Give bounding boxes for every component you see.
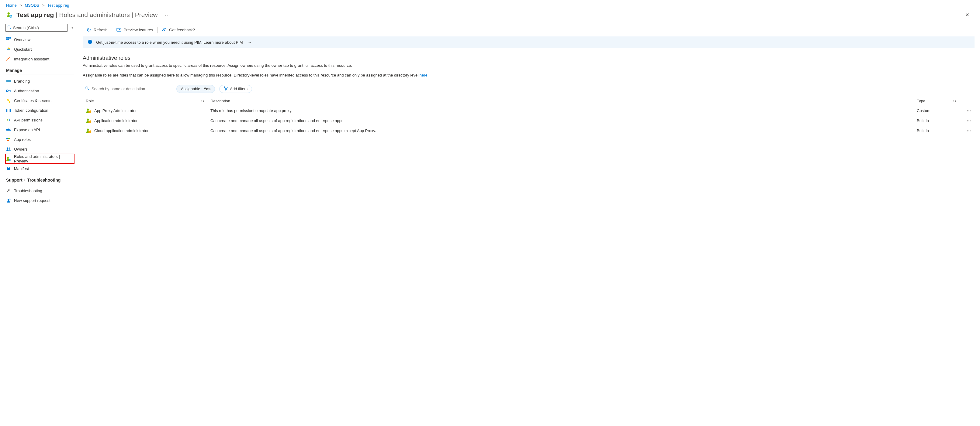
sidebar-item-label: Manifest: [14, 166, 29, 171]
sidebar-item-roles-administrators[interactable]: Roles and administrators | Preview: [5, 154, 74, 164]
assignable-filter-pill[interactable]: Assignable : Yes: [177, 85, 215, 93]
col-header-type[interactable]: Type↑↓: [914, 96, 959, 106]
svg-rect-9: [6, 80, 11, 82]
svg-rect-7: [6, 39, 8, 40]
svg-line-35: [88, 89, 89, 90]
role-description: Can create and manage all aspects of app…: [207, 126, 914, 136]
person-key-icon: [6, 156, 11, 161]
breadcrumb-sep: >: [18, 3, 24, 8]
sidebar-item-label: App roles: [14, 137, 31, 142]
svg-rect-17: [6, 138, 8, 139]
refresh-button[interactable]: Refresh: [83, 24, 111, 36]
collapse-sidebar-icon[interactable]: «: [70, 25, 74, 31]
svg-rect-19: [7, 140, 9, 141]
svg-point-38: [87, 119, 89, 120]
role-type: Custom: [914, 106, 959, 116]
svg-point-20: [7, 147, 8, 149]
svg-point-34: [86, 87, 88, 89]
preview-label: Preview features: [124, 28, 153, 32]
preview-features-button[interactable]: Preview features: [113, 24, 157, 36]
svg-rect-26: [8, 168, 10, 168]
sidebar-item-label: Owners: [14, 147, 28, 152]
role-description: This role has permissiont o aupdate app …: [207, 106, 914, 116]
sidebar-item-overview[interactable]: Overview: [5, 35, 74, 44]
sidebar-item-new-support-request[interactable]: New support request: [5, 196, 74, 205]
role-search-input[interactable]: [92, 87, 169, 91]
sidebar-item-label: Overview: [14, 37, 30, 42]
svg-point-30: [163, 28, 164, 30]
got-feedback-button[interactable]: Got feedback?: [158, 24, 199, 36]
row-more-button[interactable]: ⋯: [959, 116, 975, 126]
sidebar-item-label: API permissions: [14, 118, 43, 122]
sidebar-item-label: Certificates & secrets: [14, 98, 51, 103]
table-row[interactable]: Application administrator Can create and…: [83, 116, 975, 126]
sidebar-item-quickstart[interactable]: Quickstart: [5, 44, 74, 54]
app-registration-icon: [6, 11, 13, 18]
description-1: Administrative roles can be used to gran…: [83, 63, 975, 69]
breadcrumb-msods[interactable]: MSODS: [25, 3, 40, 8]
svg-point-40: [87, 128, 89, 131]
command-separator: [112, 27, 112, 33]
row-more-button[interactable]: ⋯: [959, 106, 975, 116]
svg-rect-39: [89, 121, 91, 123]
row-more-button[interactable]: ⋯: [959, 126, 975, 136]
sidebar-item-label: Branding: [14, 79, 30, 84]
info-banner[interactable]: Get just-in-time access to a role when y…: [83, 36, 975, 48]
title-more-icon[interactable]: ⋯: [164, 11, 170, 18]
breadcrumb-home[interactable]: Home: [6, 3, 17, 8]
add-filters-button[interactable]: Add filters: [219, 85, 252, 93]
svg-point-27: [8, 199, 10, 201]
sidebar-item-branding[interactable]: Branding: [5, 76, 74, 86]
role-search[interactable]: [83, 85, 172, 93]
sidebar-item-label: Quickstart: [14, 47, 32, 52]
sort-icon[interactable]: ↑↓: [953, 99, 956, 102]
role-type: Built-in: [914, 126, 959, 136]
table-row[interactable]: Cloud application administrator Can crea…: [83, 126, 975, 136]
cloud-icon: [6, 127, 11, 132]
col-header-description[interactable]: Description: [207, 96, 914, 106]
sidebar-item-token-config[interactable]: Token configuration: [5, 105, 74, 115]
search-icon: [86, 87, 89, 91]
add-filters-label: Add filters: [230, 87, 248, 91]
sidebar-item-integration-assistant[interactable]: Integration assistant: [5, 54, 74, 64]
sidebar-item-owners[interactable]: Owners: [5, 144, 74, 154]
svg-point-16: [7, 119, 8, 120]
feedback-label: Got feedback?: [169, 28, 195, 32]
authentication-icon: [6, 89, 11, 93]
assignable-filter-label: Assignable :: [181, 87, 202, 91]
main-content: Refresh Preview features Got feedback? G…: [77, 24, 980, 205]
role-name: Application administrator: [94, 119, 137, 123]
svg-point-0: [8, 12, 10, 14]
sort-icon[interactable]: ↑↓: [201, 99, 204, 102]
here-link[interactable]: here: [420, 73, 428, 78]
table-row[interactable]: App Proxy Administrator This role has pe…: [83, 106, 975, 116]
sidebar-search[interactable]: [5, 24, 67, 32]
breadcrumb: Home > MSODS > Test app reg: [0, 0, 980, 9]
page-title: Test app reg | Roles and administrators …: [16, 11, 158, 19]
col-header-role[interactable]: Role↑↓: [83, 96, 207, 106]
svg-rect-6: [10, 37, 11, 38]
sidebar-search-input[interactable]: [13, 25, 65, 30]
sidebar-item-expose-api[interactable]: Expose an API: [5, 125, 74, 135]
close-icon[interactable]: ✕: [963, 10, 971, 19]
refresh-icon: [86, 27, 91, 32]
svg-rect-37: [89, 111, 91, 112]
sidebar-item-app-roles[interactable]: App roles: [5, 135, 74, 144]
sidebar-item-manifest[interactable]: Manifest: [5, 164, 74, 173]
sidebar-item-troubleshooting[interactable]: Troubleshooting: [5, 186, 74, 196]
sidebar-item-certificates[interactable]: Certificates & secrets: [5, 96, 74, 105]
sidebar-item-label: Troubleshooting: [14, 188, 42, 193]
sidebar-item-authentication[interactable]: Authentication: [5, 86, 74, 96]
people-icon: [6, 147, 11, 152]
svg-point-23: [9, 159, 11, 161]
breadcrumb-testapp[interactable]: Test app reg: [48, 3, 69, 8]
svg-point-22: [7, 157, 9, 159]
filter-row: Assignable : Yes Add filters: [83, 85, 975, 93]
role-type: Built-in: [914, 116, 959, 126]
sidebar-item-api-permissions[interactable]: API permissions: [5, 115, 74, 125]
feedback-icon: [162, 27, 167, 32]
role-description: Can create and manage all aspects of app…: [207, 116, 914, 126]
svg-point-21: [9, 147, 10, 149]
sidebar-item-label: Integration assistant: [14, 57, 49, 61]
svg-point-2: [8, 25, 10, 28]
